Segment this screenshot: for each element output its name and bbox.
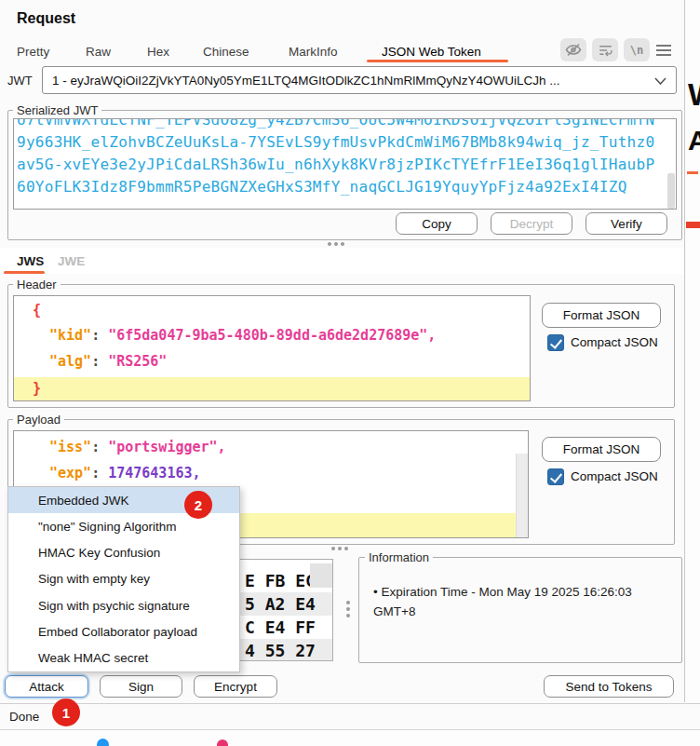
step-badge-2: 2 [184,491,212,519]
tab-jws[interactable]: JWS [17,254,44,268]
json-value-iss: "portswigger", [108,439,225,455]
tab-markinfo[interactable]: MarkInfo [289,45,338,59]
json-open-brace: { [33,302,41,319]
clipped-glyph: W [688,76,700,113]
tab-raw[interactable]: Raw [86,45,111,59]
hide-nonprintable-button[interactable] [560,38,586,61]
jwt-line: U7tVmVWXTdLCfNF_TEPVSdO8Zg_y4ZB7CmS6_OUC… [17,118,663,131]
editor-menu-button[interactable] [656,42,671,59]
json-close-brace: } [33,380,41,397]
clipped-underline [687,171,698,174]
json-key-kid: "kid" [49,327,91,344]
json-value-alg: "RS256" [108,353,167,370]
menu-item-sign-with-empty-key[interactable]: Sign with empty key [8,566,239,592]
header-compact-json-checkbox[interactable] [547,334,564,351]
jwt-token-dropdown-value: 1 - eyJraWQiOiI2ZjVkYTA0Ny05YmE1LTQ4MGIt… [43,74,645,88]
json-key-exp: "exp" [49,465,91,482]
information-text: • Expiration Time - Mon May 19 2025 16:2… [373,582,667,621]
blue-dot-icon [97,739,109,746]
tab-chinese[interactable]: Chinese [203,45,249,59]
step-badge-1: 1 [52,699,80,726]
json-value-kid: "6f5da047-9ba5-480b-89dd-a6de2d27689e", [108,327,436,344]
menu-item-hmac-key-confusion[interactable]: HMAC Key Confusion [8,540,239,566]
menu-item-embed-collaborator-payload[interactable]: Embed Collaborator payload [8,618,239,644]
encrypt-button[interactable]: Encrypt [194,675,277,698]
word-wrap-button[interactable] [592,38,618,61]
newline-icon: \n [630,44,643,57]
menu-item-sign-with-psychic-signature[interactable]: Sign with psychic signature [8,592,239,618]
payload-legend: Payload [13,413,64,427]
header-json-textarea[interactable]: { "kid":"6f5da047-9ba5-480b-89dd-a6de2d2… [13,295,531,401]
panel-divider[interactable] [684,0,685,702]
status-text: Done [9,710,39,724]
jwt-line: 60YoFLK3Idz8F9bmmR5PeBGNZXeGHxS3MfY_naqG… [17,176,663,198]
header-compact-json-label: Compact JSON [571,335,658,349]
tab-hex[interactable]: Hex [147,45,169,59]
payload-compact-json-checkbox[interactable] [547,468,564,485]
tab-pretty[interactable]: Pretty [17,45,49,59]
json-key-iss: "iss" [49,439,91,455]
response-panel-edge: W A [686,0,700,702]
jwt-line: av5G-xvEYe3e2yJPiCdaLRSh36wIu_n6hXyk8KVr… [17,154,663,176]
menu-item-weak-hmac-secret[interactable]: Weak HMAC secret [8,645,239,671]
menu-icon [656,45,671,47]
jwt-line: 9y663HK_elZohvBCZeUuKsLa-7YSEvLS9yfmUsvP… [17,131,663,154]
chevron-down-icon [645,72,676,88]
information-group: • Expiration Time - Mon May 19 2025 16:2… [358,557,682,663]
copy-button[interactable]: Copy [396,212,478,235]
active-tab-underline [367,60,508,62]
header-format-json-button[interactable]: Format JSON [542,303,661,328]
information-legend: Information [365,550,433,564]
attack-button[interactable]: Attack [5,675,88,698]
horizontal-splitter-handle[interactable] [328,242,331,246]
word-wrap-icon [598,44,613,57]
vertical-splitter-handle[interactable] [346,601,350,604]
clipped-glyph: A [688,125,700,156]
decrypt-button: Decrypt [491,212,572,235]
scrollbar-thumb[interactable] [310,563,332,588]
horizontal-splitter-handle[interactable] [331,547,335,550]
clipped-red-bar [686,222,700,228]
verify-button[interactable]: Verify [586,212,667,235]
json-key-alg: "alg" [49,353,91,370]
menu-item-none-signing-algorithm[interactable]: "none" Signing Algorithm [8,513,239,539]
scrollbar-thumb[interactable] [667,173,675,209]
header-legend: Header [13,278,61,292]
jws-tab-underline [4,271,45,274]
payload-compact-json-label: Compact JSON [571,469,658,483]
pink-dot-icon [217,739,228,746]
jws-jwe-tabstrip [0,248,684,274]
send-to-tokens-button[interactable]: Send to Tokens [544,675,674,698]
serialized-jwt-legend: Serialized JWT [13,103,101,117]
jwt-token-dropdown[interactable]: 1 - eyJraWQiOiI2ZjVkYTA0Ny05YmE1LTQ4MGIt… [42,66,677,94]
tab-jwe[interactable]: JWE [58,254,85,268]
payload-format-json-button[interactable]: Format JSON [542,437,661,462]
page-title: Request [17,10,75,27]
eye-off-icon [565,43,582,57]
serialized-jwt-textarea[interactable]: U7tVmVWXTdLCfNF_TEPVSdO8Zg_y4ZB7CmS6_OUC… [13,118,677,210]
jwt-selector-label: JWT [7,74,33,88]
sign-button[interactable]: Sign [100,675,182,698]
statusbar-divider [0,703,700,704]
tab-json-web-token[interactable]: JSON Web Token [382,45,481,59]
bottom-panel-edge [0,730,700,746]
scrollbar-track[interactable] [516,454,528,538]
show-newlines-button[interactable]: \n [624,38,650,61]
json-value-exp: 1747643163, [108,465,200,482]
